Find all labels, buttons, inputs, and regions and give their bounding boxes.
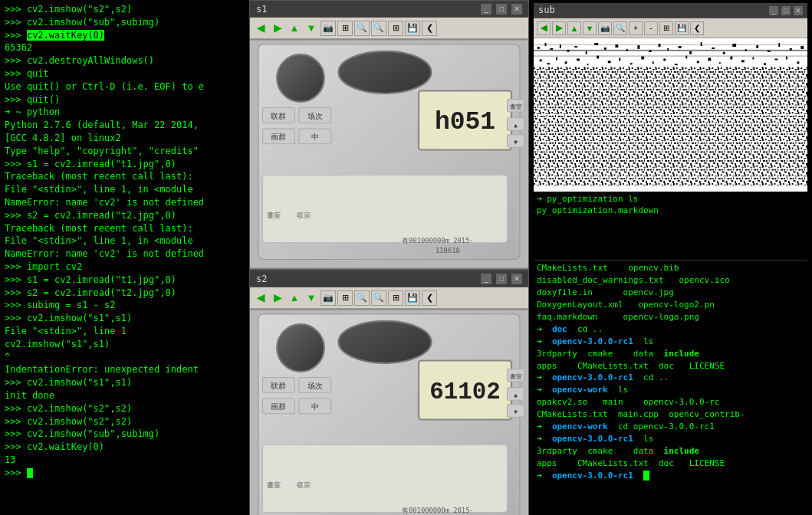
sub-window-buttons[interactable]: _ □ ✕	[769, 6, 803, 15]
svg-rect-95	[675, 64, 678, 65]
svg-rect-59	[567, 50, 570, 52]
s2-svg: 联群 场次 画群 中 61102 書室 ▲ ▼ 書室	[250, 309, 528, 515]
s1-window-buttons[interactable]: _ □ ✕	[481, 4, 522, 15]
sub-down-button[interactable]: ▼	[583, 21, 597, 35]
s1-titlebar: s1 _ □ ✕	[250, 1, 528, 18]
s1-forward-button[interactable]: ▶	[270, 21, 285, 36]
svg-text:収宗: 収宗	[297, 481, 311, 489]
svg-rect-57	[550, 48, 553, 50]
svg-rect-79	[778, 43, 780, 47]
s1-up-button[interactable]: ▲	[287, 21, 302, 36]
left-terminal-line-4: 65362	[5, 41, 245, 54]
right-top-terminal: ➜ py_optimization ls py_optimization.mar…	[534, 192, 807, 218]
s1-back-button[interactable]: ◀	[253, 21, 268, 36]
svg-rect-85	[565, 61, 567, 64]
s2-zoom-in-button[interactable]: 🔍	[354, 290, 370, 306]
svg-rect-76	[745, 49, 747, 51]
sub-zoom-out-button[interactable]: -	[644, 21, 658, 35]
s1-info-button[interactable]: ❮	[422, 21, 437, 36]
svg-text:联群: 联群	[271, 112, 286, 120]
s1-down-button[interactable]: ▼	[304, 21, 319, 36]
sub-close-button[interactable]: ✕	[794, 6, 803, 15]
rb-line-7: ➜ opencv-3.0.0-rc1 ls	[537, 336, 804, 348]
svg-text:画群: 画群	[271, 402, 286, 411]
svg-rect-58	[560, 44, 561, 48]
s2-image: 联群 场次 画群 中 61102 書室 ▲ ▼ 書室	[250, 309, 528, 515]
sub-back-button[interactable]: ◀	[537, 21, 551, 35]
svg-rect-82	[540, 59, 542, 61]
svg-rect-83	[547, 63, 550, 64]
sub-info-button[interactable]: ❮	[690, 21, 704, 35]
s1-camera-button[interactable]: 📷	[321, 21, 336, 36]
s2-fit-button[interactable]: ⊞	[337, 290, 353, 306]
s2-up-button[interactable]: ▲	[287, 290, 302, 306]
rb-line-11: ➜ opencv-work ls	[537, 384, 804, 396]
svg-rect-73	[712, 48, 715, 49]
sub-up-button[interactable]: ▲	[567, 21, 581, 35]
left-terminal-line-24: >>> subimg = s1 - s2	[5, 299, 245, 312]
left-terminal-line-17: >>> s2 = cv2.imread("t2.jpg",0)	[5, 209, 245, 222]
left-terminal-line-16: NameError: name 'cv2' is not defined	[5, 196, 245, 209]
s2-save-button[interactable]: 💾	[405, 290, 420, 306]
s2-image-content: 联群 场次 画群 中 61102 書室 ▲ ▼ 書室	[250, 309, 528, 515]
svg-rect-87	[587, 64, 589, 65]
svg-text:联群: 联群	[271, 382, 286, 390]
sub-camera-button[interactable]: 📷	[598, 21, 612, 35]
s1-close-button[interactable]: ✕	[511, 4, 522, 15]
s2-forward-button[interactable]: ▶	[270, 290, 285, 306]
s1-maximize-button[interactable]: □	[496, 4, 507, 15]
svg-rect-107	[534, 67, 807, 185]
svg-rect-90	[619, 58, 620, 61]
middle-area: s1 _ □ ✕ ◀ ▶ ▲ ▼ 📷 ⊞ 🔍 🔍 ⊞ 💾 ❮	[249, 0, 529, 515]
s1-save-button[interactable]: 💾	[405, 21, 420, 36]
sub-maximize-button[interactable]: □	[781, 6, 791, 15]
s2-window-buttons[interactable]: _ □ ✕	[481, 274, 522, 284]
s2-close-button[interactable]: ✕	[511, 274, 522, 284]
svg-rect-101	[741, 60, 745, 62]
s2-grid-button[interactable]: ⊞	[388, 290, 403, 306]
svg-rect-86	[577, 58, 580, 61]
s2-window: s2 _ □ ✕ ◀ ▶ ▲ ▼ 📷 ⊞ 🔍 🔍 ⊞ 💾 ❮	[249, 270, 529, 515]
s2-camera-button[interactable]: 📷	[321, 290, 336, 306]
s2-zoom-out-button[interactable]: 🔍	[371, 290, 386, 306]
svg-point-3	[339, 51, 432, 93]
svg-text:118618: 118618	[436, 247, 460, 254]
s2-down-button[interactable]: ▼	[304, 290, 319, 306]
left-terminal-line-22: >>> s1 = cv2.imread("t1.jpg",0)	[5, 274, 245, 287]
s2-maximize-button[interactable]: □	[496, 274, 507, 284]
s2-back-button[interactable]: ◀	[253, 290, 268, 306]
sub-forward-button[interactable]: ▶	[552, 21, 566, 35]
sub-zoom-in-button[interactable]: +	[629, 21, 643, 35]
sub-save-button[interactable]: 💾	[675, 21, 689, 35]
svg-rect-66	[637, 45, 639, 49]
svg-rect-89	[608, 61, 611, 63]
svg-rect-61	[586, 51, 587, 54]
s1-zoom-out-button[interactable]: 🔍	[371, 21, 386, 36]
svg-rect-56	[545, 43, 547, 46]
left-terminal-line-13: >>> s1 = cv2.imread("t1.jpg",0)	[5, 158, 245, 171]
s2-info-button[interactable]: ❮	[422, 290, 437, 306]
sub-window-title: sub	[538, 4, 555, 17]
sub-grid-button[interactable]: ⊞	[659, 21, 673, 35]
s1-zoom-in-button[interactable]: 🔍	[354, 21, 370, 36]
svg-rect-80	[790, 48, 792, 51]
svg-rect-97	[697, 61, 699, 63]
sub-svg	[534, 38, 807, 192]
s1-minimize-button[interactable]: _	[481, 4, 491, 15]
left-terminal-line-6: >>> quit	[5, 67, 245, 80]
sub-search-button[interactable]: 🔍	[613, 21, 627, 35]
sub-minimize-button[interactable]: _	[769, 6, 778, 15]
svg-text:画群: 画群	[271, 133, 286, 141]
s2-minimize-button[interactable]: _	[481, 274, 491, 284]
svg-rect-65	[626, 49, 628, 51]
left-terminal-line-12: Type "help", "copyright", "credits"	[5, 145, 245, 158]
left-terminal-line-33: >>> cv2.imshow("s2",s2)	[5, 415, 245, 428]
svg-text:▼: ▼	[514, 139, 518, 146]
rb-line-10: ➜ opencv-3.0.0-rc1 cd ..	[537, 372, 804, 384]
svg-rect-74	[723, 52, 725, 54]
svg-text:書室: 書室	[267, 212, 281, 219]
s1-fit-button[interactable]: ⊞	[337, 21, 353, 36]
svg-text:書室: 書室	[510, 373, 522, 380]
s1-grid-button[interactable]: ⊞	[388, 21, 403, 36]
left-terminal-line-19: File "<stdin>", line 1, in <module	[5, 235, 245, 248]
